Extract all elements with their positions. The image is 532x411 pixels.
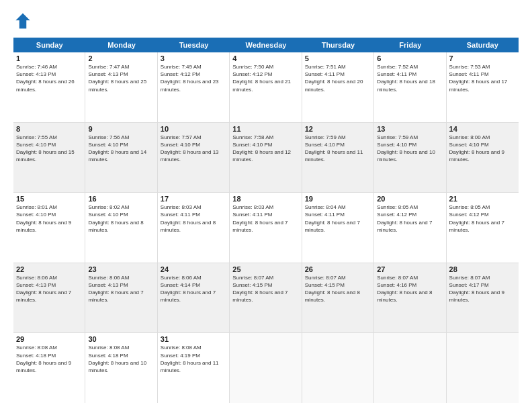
- calendar-cell: 29Sunrise: 8:08 AMSunset: 4:18 PMDayligh…: [13, 333, 85, 403]
- calendar-cell: 19Sunrise: 8:04 AMSunset: 4:11 PMDayligh…: [302, 193, 374, 263]
- cell-info: Sunrise: 7:55 AMSunset: 4:10 PMDaylight:…: [16, 134, 82, 164]
- day-number: 24: [161, 265, 226, 273]
- calendar-cell: 17Sunrise: 8:03 AMSunset: 4:11 PMDayligh…: [158, 193, 230, 263]
- header: [13, 12, 519, 31]
- cell-info: Sunrise: 8:00 AMSunset: 4:10 PMDaylight:…: [449, 134, 516, 164]
- calendar-cell: 8Sunrise: 7:55 AMSunset: 4:10 PMDaylight…: [13, 123, 85, 193]
- day-number: 5: [305, 54, 371, 62]
- cell-info: Sunrise: 7:51 AMSunset: 4:11 PMDaylight:…: [305, 63, 371, 93]
- calendar-cell: 30Sunrise: 8:08 AMSunset: 4:18 PMDayligh…: [85, 333, 157, 403]
- calendar-cell: 22Sunrise: 8:06 AMSunset: 4:13 PMDayligh…: [13, 263, 85, 333]
- cell-info: Sunrise: 8:07 AMSunset: 4:15 PMDaylight:…: [232, 274, 298, 304]
- calendar-day-header: Wednesday: [230, 38, 302, 52]
- calendar-cell: 1Sunrise: 7:46 AMSunset: 4:13 PMDaylight…: [13, 52, 85, 122]
- calendar-row: 8Sunrise: 7:55 AMSunset: 4:10 PMDaylight…: [13, 123, 519, 193]
- calendar-cell: [302, 333, 374, 403]
- cell-info: Sunrise: 7:59 AMSunset: 4:10 PMDaylight:…: [377, 134, 443, 164]
- calendar-day-header: Friday: [374, 38, 446, 52]
- day-number: 29: [16, 335, 82, 343]
- calendar-cell: 14Sunrise: 8:00 AMSunset: 4:10 PMDayligh…: [447, 123, 519, 193]
- calendar-cell: 15Sunrise: 8:01 AMSunset: 4:10 PMDayligh…: [13, 193, 85, 263]
- day-number: 1: [16, 54, 82, 62]
- day-number: 13: [377, 125, 443, 133]
- cell-info: Sunrise: 7:49 AMSunset: 4:12 PMDaylight:…: [161, 63, 226, 93]
- day-number: 10: [161, 125, 226, 133]
- day-number: 14: [449, 125, 516, 133]
- cell-info: Sunrise: 7:58 AMSunset: 4:10 PMDaylight:…: [232, 134, 298, 164]
- calendar-cell: 3Sunrise: 7:49 AMSunset: 4:12 PMDaylight…: [158, 52, 230, 122]
- day-number: 3: [161, 54, 226, 62]
- cell-info: Sunrise: 7:57 AMSunset: 4:10 PMDaylight:…: [161, 134, 226, 164]
- calendar-cell: 11Sunrise: 7:58 AMSunset: 4:10 PMDayligh…: [230, 123, 302, 193]
- calendar-cell: 20Sunrise: 8:05 AMSunset: 4:12 PMDayligh…: [374, 193, 446, 263]
- day-number: 2: [88, 54, 154, 62]
- calendar-day-header: Tuesday: [158, 38, 230, 52]
- calendar-cell: 25Sunrise: 8:07 AMSunset: 4:15 PMDayligh…: [230, 263, 302, 333]
- day-number: 4: [232, 54, 298, 62]
- cell-info: Sunrise: 8:08 AMSunset: 4:18 PMDaylight:…: [88, 344, 154, 374]
- day-number: 6: [377, 54, 443, 62]
- day-number: 17: [161, 195, 226, 203]
- calendar-cell: 9Sunrise: 7:56 AMSunset: 4:10 PMDaylight…: [85, 123, 157, 193]
- calendar-day-header: Saturday: [447, 38, 519, 52]
- calendar-cell: 21Sunrise: 8:05 AMSunset: 4:12 PMDayligh…: [447, 193, 519, 263]
- day-number: 21: [449, 195, 516, 203]
- calendar-cell: [230, 333, 302, 403]
- cell-info: Sunrise: 8:02 AMSunset: 4:10 PMDaylight:…: [88, 203, 154, 234]
- calendar-cell: 6Sunrise: 7:52 AMSunset: 4:11 PMDaylight…: [374, 52, 446, 122]
- cell-info: Sunrise: 7:56 AMSunset: 4:10 PMDaylight:…: [88, 134, 154, 164]
- cell-info: Sunrise: 8:07 AMSunset: 4:17 PMDaylight:…: [449, 274, 516, 304]
- svg-marker-0: [16, 13, 30, 29]
- calendar-cell: 23Sunrise: 8:06 AMSunset: 4:13 PMDayligh…: [85, 263, 157, 333]
- day-number: 23: [88, 265, 154, 273]
- calendar-cell: 18Sunrise: 8:03 AMSunset: 4:11 PMDayligh…: [230, 193, 302, 263]
- day-number: 16: [88, 195, 154, 203]
- calendar-body: 1Sunrise: 7:46 AMSunset: 4:13 PMDaylight…: [13, 52, 519, 403]
- calendar-header: SundayMondayTuesdayWednesdayThursdayFrid…: [13, 38, 519, 52]
- calendar-cell: 4Sunrise: 7:50 AMSunset: 4:12 PMDaylight…: [230, 52, 302, 122]
- cell-info: Sunrise: 7:52 AMSunset: 4:11 PMDaylight:…: [377, 63, 443, 93]
- day-number: 30: [88, 335, 154, 343]
- calendar-cell: 28Sunrise: 8:07 AMSunset: 4:17 PMDayligh…: [447, 263, 519, 333]
- cell-info: Sunrise: 7:46 AMSunset: 4:13 PMDaylight:…: [16, 63, 82, 93]
- day-number: 31: [161, 335, 226, 343]
- cell-info: Sunrise: 8:07 AMSunset: 4:15 PMDaylight:…: [305, 274, 371, 304]
- calendar-cell: [447, 333, 519, 403]
- day-number: 19: [305, 195, 371, 203]
- calendar: SundayMondayTuesdayWednesdayThursdayFrid…: [13, 38, 519, 403]
- day-number: 12: [305, 125, 371, 133]
- day-number: 7: [449, 54, 516, 62]
- calendar-cell: 7Sunrise: 7:53 AMSunset: 4:11 PMDaylight…: [447, 52, 519, 122]
- cell-info: Sunrise: 7:59 AMSunset: 4:10 PMDaylight:…: [305, 134, 371, 164]
- calendar-day-header: Thursday: [302, 38, 374, 52]
- calendar-cell: [374, 333, 446, 403]
- logo-icon: [13, 12, 32, 31]
- calendar-cell: 27Sunrise: 8:07 AMSunset: 4:16 PMDayligh…: [374, 263, 446, 333]
- day-number: 20: [377, 195, 443, 203]
- cell-info: Sunrise: 8:08 AMSunset: 4:18 PMDaylight:…: [16, 344, 82, 374]
- cell-info: Sunrise: 8:06 AMSunset: 4:13 PMDaylight:…: [16, 274, 82, 304]
- day-number: 26: [305, 265, 371, 273]
- day-number: 28: [449, 265, 516, 273]
- day-number: 22: [16, 265, 82, 273]
- day-number: 11: [232, 125, 298, 133]
- day-number: 8: [16, 125, 82, 133]
- calendar-row: 15Sunrise: 8:01 AMSunset: 4:10 PMDayligh…: [13, 193, 519, 263]
- calendar-cell: 16Sunrise: 8:02 AMSunset: 4:10 PMDayligh…: [85, 193, 157, 263]
- calendar-row: 22Sunrise: 8:06 AMSunset: 4:13 PMDayligh…: [13, 263, 519, 334]
- calendar-cell: 13Sunrise: 7:59 AMSunset: 4:10 PMDayligh…: [374, 123, 446, 193]
- cell-info: Sunrise: 8:03 AMSunset: 4:11 PMDaylight:…: [232, 203, 298, 234]
- calendar-cell: 10Sunrise: 7:57 AMSunset: 4:10 PMDayligh…: [158, 123, 230, 193]
- cell-info: Sunrise: 8:04 AMSunset: 4:11 PMDaylight:…: [305, 203, 371, 234]
- day-number: 27: [377, 265, 443, 273]
- logo: [13, 12, 35, 31]
- cell-info: Sunrise: 8:08 AMSunset: 4:19 PMDaylight:…: [161, 344, 226, 374]
- cell-info: Sunrise: 7:50 AMSunset: 4:12 PMDaylight:…: [232, 63, 298, 93]
- day-number: 15: [16, 195, 82, 203]
- day-number: 9: [88, 125, 154, 133]
- cell-info: Sunrise: 8:06 AMSunset: 4:13 PMDaylight:…: [88, 274, 154, 304]
- calendar-cell: 12Sunrise: 7:59 AMSunset: 4:10 PMDayligh…: [302, 123, 374, 193]
- day-number: 25: [232, 265, 298, 273]
- cell-info: Sunrise: 8:03 AMSunset: 4:11 PMDaylight:…: [161, 203, 226, 234]
- calendar-day-header: Sunday: [13, 38, 85, 52]
